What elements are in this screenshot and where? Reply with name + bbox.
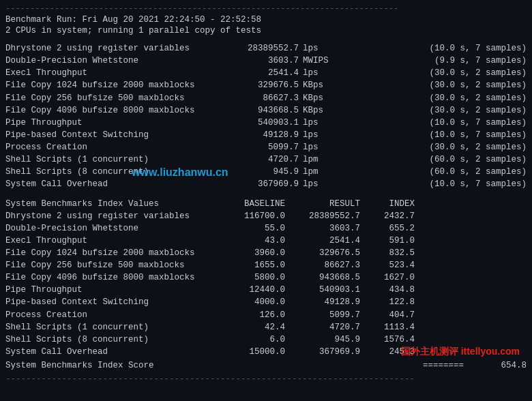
bench-value: 2541.4 xyxy=(217,67,299,79)
bench-unit: lps xyxy=(299,42,340,55)
bench-row: Shell Scripts (8 concurrent) 945.9 lpm (… xyxy=(5,166,527,178)
bench-label: Process Creation xyxy=(5,141,217,153)
bench-unit: lps xyxy=(299,129,340,141)
bench-samples: (60.0 s, 2 samples) xyxy=(340,153,527,166)
idx-result: 2541.4 xyxy=(285,235,360,247)
score-equals: ======== xyxy=(210,359,472,372)
bench-label: Shell Scripts (1 concurrent) xyxy=(5,153,217,166)
bench-rows: Dhrystone 2 using register variables 283… xyxy=(5,42,527,191)
bench-row: Process Creation 5099.7 lps (30.0 s, 2 s… xyxy=(5,141,527,153)
idx-result: 329676.5 xyxy=(285,247,360,259)
idx-label: System Call Overhead xyxy=(5,346,210,358)
index-row: Double-Precision Whetstone 55.0 3603.7 6… xyxy=(5,222,527,235)
index-row: Dhrystone 2 using register variables 116… xyxy=(5,210,527,222)
idx-baseline: 4000.0 xyxy=(210,296,285,308)
bench-unit: lps xyxy=(299,178,340,190)
index-row: File Copy 1024 bufsize 2000 maxblocks 39… xyxy=(5,247,527,259)
idx-label: Pipe Throughput xyxy=(5,284,210,296)
idx-result: 4720.7 xyxy=(285,321,360,333)
bench-row: System Call Overhead 367969.9 lps (10.0 … xyxy=(5,178,527,190)
idx-baseline: 55.0 xyxy=(210,222,285,235)
score-label: System Benchmarks Index Score xyxy=(5,359,210,372)
idx-baseline: 43.0 xyxy=(210,235,285,247)
idx-label: File Copy 256 bufsize 500 maxblocks xyxy=(5,259,210,271)
idx-result: 943668.5 xyxy=(285,271,360,284)
idx-baseline: 42.4 xyxy=(210,321,285,333)
idx-result: 86627.3 xyxy=(285,259,360,271)
index-row: Shell Scripts (1 concurrent) 42.4 4720.7… xyxy=(5,321,527,333)
index-row: System Call Overhead 15000.0 367969.9 24… xyxy=(5,346,527,358)
index-col-label: System Benchmarks Index Values xyxy=(5,199,210,209)
index-row: File Copy 4096 bufsize 8000 maxblocks 58… xyxy=(5,271,527,284)
bench-row: Pipe-based Context Switching 49128.9 lps… xyxy=(5,129,527,141)
bench-row: Double-Precision Whetstone 3603.7 MWIPS … xyxy=(5,55,527,67)
idx-result: 28389552.7 xyxy=(285,210,360,222)
bench-label: Pipe-based Context Switching xyxy=(5,129,217,141)
idx-index: 1113.4 xyxy=(360,321,415,333)
idx-label: Process Creation xyxy=(5,309,210,321)
divider-bottom: ----------------------------------------… xyxy=(5,374,527,384)
idx-label: Execl Throughput xyxy=(5,235,210,247)
bench-value: 49128.9 xyxy=(217,129,299,141)
bench-label: File Copy 4096 bufsize 8000 maxblocks xyxy=(5,104,217,117)
bench-label: File Copy 1024 bufsize 2000 maxblocks xyxy=(5,79,217,91)
index-rows: Dhrystone 2 using register variables 116… xyxy=(5,210,527,359)
bench-value: 367969.9 xyxy=(217,178,299,190)
idx-label: Shell Scripts (8 concurrent) xyxy=(5,333,210,346)
idx-baseline: 3960.0 xyxy=(210,247,285,259)
idx-label: Double-Precision Whetstone xyxy=(5,222,210,235)
bench-unit: lpm xyxy=(299,166,340,178)
idx-index: 245.3 xyxy=(360,346,415,358)
bench-label: Execl Throughput xyxy=(5,67,217,79)
bench-unit: lps xyxy=(299,67,340,79)
idx-index: 655.2 xyxy=(360,222,415,235)
bench-value: 86627.3 xyxy=(217,92,299,104)
bench-samples: (30.0 s, 2 samples) xyxy=(340,141,527,153)
idx-index: 591.0 xyxy=(360,235,415,247)
bench-value: 329676.5 xyxy=(217,79,299,91)
bench-samples: (10.0 s, 7 samples) xyxy=(340,42,527,55)
idx-result: 5099.7 xyxy=(285,309,360,321)
bench-samples: (60.0 s, 2 samples) xyxy=(340,166,527,178)
bench-samples: (30.0 s, 2 samples) xyxy=(340,67,527,79)
bench-value: 945.9 xyxy=(217,166,299,178)
bench-samples: (30.0 s, 2 samples) xyxy=(340,79,527,91)
bench-unit: KBps xyxy=(299,92,340,104)
bench-unit: KBps xyxy=(299,79,340,91)
bench-label: System Call Overhead xyxy=(5,178,217,190)
idx-label: Shell Scripts (1 concurrent) xyxy=(5,321,210,333)
bench-row: Execl Throughput 2541.4 lps (30.0 s, 2 s… xyxy=(5,67,527,79)
benchmark-header1: Benchmark Run: Fri Aug 20 2021 22:24:50 … xyxy=(5,15,527,25)
bench-row: Pipe Throughput 540903.1 lps (10.0 s, 7 … xyxy=(5,117,527,129)
idx-result: 3603.7 xyxy=(285,222,360,235)
idx-baseline: 116700.0 xyxy=(210,210,285,222)
idx-baseline: 1655.0 xyxy=(210,259,285,271)
divider-top: ----------------------------------------… xyxy=(5,4,527,14)
idx-result: 49128.9 xyxy=(285,296,360,308)
idx-result: 367969.9 xyxy=(285,346,360,358)
idx-baseline: 15000.0 xyxy=(210,346,285,358)
idx-result: 945.9 xyxy=(285,333,360,346)
index-col-result: RESULT xyxy=(285,199,360,209)
score-row: System Benchmarks Index Score ======== 6… xyxy=(5,359,527,372)
bench-samples: (30.0 s, 2 samples) xyxy=(340,92,527,104)
index-row: Pipe-based Context Switching 4000.0 4912… xyxy=(5,296,527,308)
index-row: Execl Throughput 43.0 2541.4 591.0 xyxy=(5,235,527,247)
bench-value: 28389552.7 xyxy=(217,42,299,55)
bench-samples: (9.9 s, 7 samples) xyxy=(340,55,527,67)
idx-baseline: 126.0 xyxy=(210,309,285,321)
bench-samples: (10.0 s, 7 samples) xyxy=(340,178,527,190)
bench-value: 4720.7 xyxy=(217,153,299,166)
bench-row: Dhrystone 2 using register variables 283… xyxy=(5,42,527,55)
bench-unit: KBps xyxy=(299,104,340,117)
idx-baseline: 5800.0 xyxy=(210,271,285,284)
bench-label: File Copy 256 bufsize 500 maxblocks xyxy=(5,92,217,104)
bench-row: File Copy 4096 bufsize 8000 maxblocks 94… xyxy=(5,104,527,117)
bench-label: Dhrystone 2 using register variables xyxy=(5,42,217,55)
bench-row: File Copy 1024 bufsize 2000 maxblocks 32… xyxy=(5,79,527,91)
benchmark-header2: 2 CPUs in system; running 1 parallel cop… xyxy=(5,26,527,35)
bench-value: 943668.5 xyxy=(217,104,299,117)
bench-label: Shell Scripts (8 concurrent) xyxy=(5,166,217,178)
index-row: Shell Scripts (8 concurrent) 6.0 945.9 1… xyxy=(5,333,527,346)
bench-unit: lps xyxy=(299,117,340,129)
